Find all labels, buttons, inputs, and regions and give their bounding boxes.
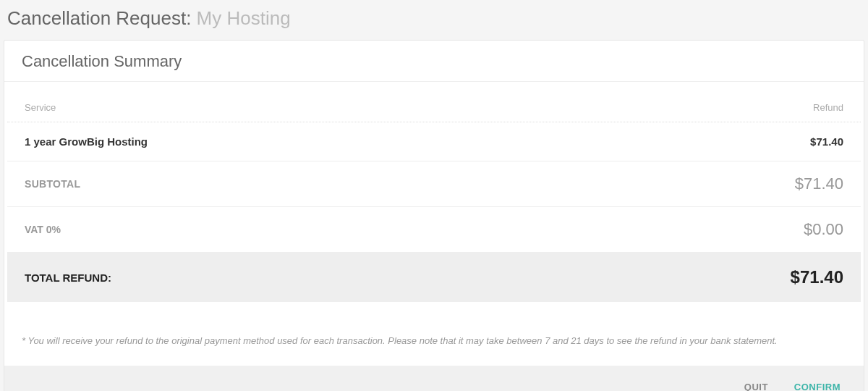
total-refund-value: $71.40	[791, 267, 843, 287]
subtotal-value: $71.40	[795, 175, 843, 193]
page-title: Cancellation Request: My Hosting	[7, 7, 861, 30]
service-refund-amount: $71.40	[810, 135, 843, 148]
col-header-refund: Refund	[813, 102, 843, 113]
table-row: 1 year GrowBig Hosting $71.40	[7, 122, 861, 161]
vat-value: $0.00	[804, 220, 843, 239]
table-header-row: Service Refund	[7, 82, 861, 122]
vat-row: VAT 0% $0.00	[7, 207, 861, 253]
service-name: 1 year GrowBig Hosting	[25, 135, 148, 148]
cancellation-summary-card: Cancellation Summary Service Refund 1 ye…	[4, 40, 864, 391]
refund-footnote: * You will receive your refund to the or…	[4, 302, 864, 366]
page-title-suffix: My Hosting	[197, 7, 291, 29]
page-title-prefix: Cancellation Request:	[7, 7, 197, 29]
card-title: Cancellation Summary	[22, 52, 846, 71]
col-header-service: Service	[25, 102, 56, 113]
total-refund-label: TOTAL REFUND:	[25, 272, 111, 284]
total-refund-row: TOTAL REFUND: $71.40	[7, 253, 861, 302]
confirm-button[interactable]: CONFIRM	[788, 377, 846, 392]
subtotal-label: SUBTOTAL	[25, 178, 80, 190]
vat-label: VAT 0%	[25, 224, 61, 235]
page-header: Cancellation Request: My Hosting	[0, 0, 868, 40]
card-header: Cancellation Summary	[4, 41, 864, 82]
quit-button[interactable]: QUIT	[739, 377, 774, 392]
action-bar: QUIT CONFIRM	[4, 366, 864, 392]
subtotal-row: SUBTOTAL $71.40	[7, 161, 861, 207]
